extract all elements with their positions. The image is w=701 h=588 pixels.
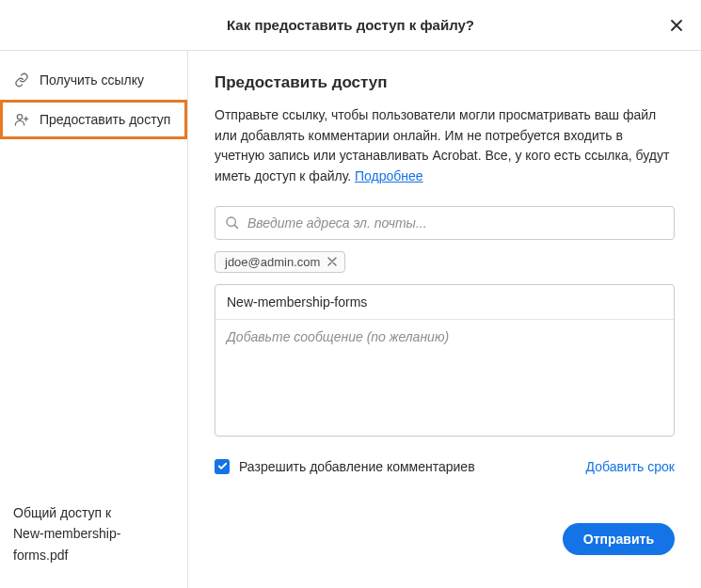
dialog-title: Как предоставить доступ к файлу? [227,17,474,33]
shared-filename: New-membership-forms.pdf [13,523,174,565]
allow-comments-checkbox[interactable]: Разрешить добавление комментариев [215,459,475,474]
close-button[interactable] [667,16,686,35]
main-title: Предоставить доступ [215,73,675,92]
sidebar-item-label: Получить ссылку [40,72,144,87]
allow-comments-label: Разрешить добавление комментариев [239,459,475,474]
add-user-icon [13,111,30,128]
email-input[interactable] [240,215,664,230]
link-icon [13,72,30,88]
search-icon [225,215,240,230]
recipient-email: jdoe@admin.com [225,255,320,269]
main-panel: Предоставить доступ Отправьте ссылку, чт… [188,51,701,588]
learn-more-link[interactable]: Подробнее [355,168,423,183]
remove-recipient-button[interactable] [326,255,339,268]
compose-box [215,284,675,437]
shared-prefix: Общий доступ к [13,502,174,523]
close-icon [669,18,684,33]
sidebar: Получить ссылку Предоставить доступ Общи… [0,51,188,588]
sidebar-item-get-link[interactable]: Получить ссылку [0,60,187,100]
checkbox-checked-icon [215,459,230,474]
send-button[interactable]: Отправить [563,523,675,555]
main-description: Отправьте ссылку, чтобы пользователи мог… [215,105,675,187]
svg-point-1 [227,217,235,226]
message-input[interactable] [215,320,674,433]
recipient-chip: jdoe@admin.com [215,251,345,273]
email-input-container[interactable] [215,206,675,240]
sidebar-item-label: Предоставить доступ [40,112,170,127]
subject-input[interactable] [215,285,674,320]
dialog-header: Как предоставить доступ к файлу? [0,0,701,51]
footer-row: Отправить [215,523,675,555]
options-row: Разрешить добавление комментариев Добави… [215,459,675,474]
add-deadline-link[interactable]: Добавить срок [586,459,675,474]
sidebar-footer: Общий доступ к New-membership-forms.pdf [13,502,174,565]
sidebar-item-share[interactable]: Предоставить доступ [0,100,187,139]
close-icon [327,257,337,266]
svg-point-0 [17,115,22,119]
description-text: Отправьте ссылку, чтобы пользователи мог… [215,107,669,183]
